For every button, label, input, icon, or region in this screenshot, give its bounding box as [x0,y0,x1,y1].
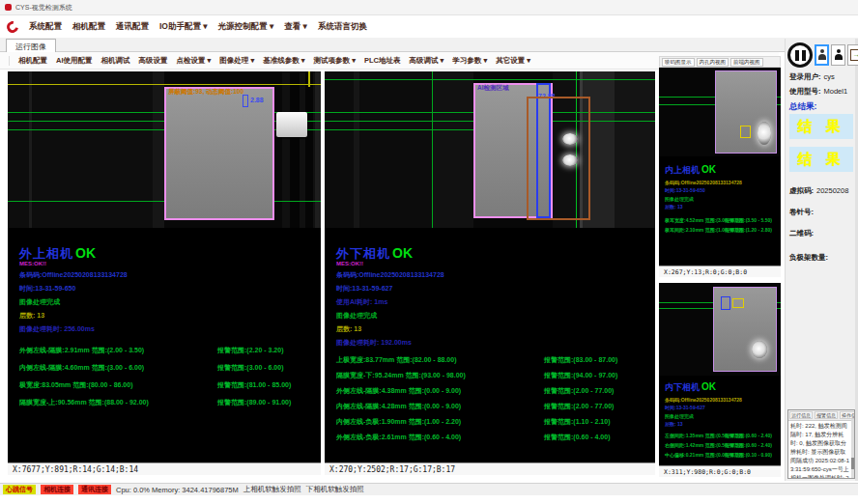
tool-item-advanced-settings[interactable]: 高级设置 [139,56,168,66]
outer-upper-camera-viewport[interactable]: 屏蔽阈值:93, 动态阈值:100 2.88 [8,71,321,228]
green-measure-line-vertical [432,71,433,228]
processing-time-line: 图像处理耗时: 256.00ms [19,324,317,334]
tool-item-other-settings[interactable]: 其它设置 ▾ [496,56,530,66]
result-display-2: 结 果 [789,147,853,172]
virtual-code-label: 虚拟码: [789,186,814,196]
alarm-range: 报警范围:(81.00 - 85.00) [217,380,291,390]
tool-item-ai-usage-config[interactable]: AI使用配置 [56,56,93,66]
exit-button[interactable] [847,44,858,66]
measurement-value: 外侧左线-负极:2.61mm 范围:(0.60 - 4.00) [336,433,544,442]
alarm-range: 报警范围:(2.00 - 77.00) [544,402,614,411]
virtual-code-value: 20250208 [816,186,848,196]
measurement-rows: 外侧左线-隔膜:2.91mm 范围:(2.00 - 3.50)报警范围:(2.2… [19,346,317,407]
measurement-value: 隔膜宽度-下:95.24mm 范围:(93.00 - 98.00) [336,371,544,380]
inner-lower-result-text: 内下相机 OK 条码码:Offline20250208133134728 时间:… [665,381,777,458]
camera-panel-outer-upper: 屏蔽阈值:93, 动态阈值:100 2.88 外上相机 OK MES:OK!! … [8,71,321,475]
title-bar: CYS-视觉检测系统 [0,0,858,15]
yellow-reference-line-vertical [308,71,310,87]
camera-title: 内下相机 [665,381,700,394]
time-line: 时间:13-31-59-627 [336,284,651,294]
measurement-row: 右侧间距:1.42mm 范围:(0.50 - 2.50)报警范围:(0.60 -… [665,442,777,448]
measurement-value: 右侧间距:1.42mm 范围:(0.50 - 2.50) [665,442,725,448]
cursor-pixel-status: X:7677;Y:891;R:14;G:14;B:14 [8,462,321,475]
menu-item-language-switch[interactable]: 系统语言切换 [318,21,367,33]
mini-tab-inner-hole-view[interactable]: 内孔内视图 [697,58,729,67]
log-tab-alarm-info[interactable]: 报警信息 [815,411,838,419]
measurement-value: 中心偏移:0.21mm 范围:(0.00 - 1.00) [665,452,725,458]
log-tab-run-info[interactable]: 运行信息 [789,411,813,419]
menu-item-io-assistant-config[interactable]: IO助手配置 ▾ [159,21,208,33]
measurement-row: 外侧左线-负极:2.61mm 范围:(0.60 - 4.00)报警范围:(0.6… [336,433,651,442]
operator-button[interactable] [831,44,845,66]
inner-lower-camera-viewport[interactable] [659,283,781,376]
yellow-reference-line [8,84,321,85]
alarm-range: 报警范围:(94.00 - 97.00) [544,371,617,380]
result-ok-label: OK [701,164,716,175]
menu-item-light-control-config[interactable]: 光源控制配置 ▾ [218,21,274,33]
log-scrollbar-thumb[interactable] [851,458,854,469]
log-tab-operation-info[interactable]: 操作信息 [840,411,855,419]
log-scrollbar[interactable] [851,419,854,478]
tool-item-learning-params[interactable]: 学习参数 ▾ [452,56,487,66]
alarm-range: 报警范围:(1.10 - 2.10) [544,417,610,427]
measurement-value: 上极宽度:83.77mm 范围:(82.00 - 88.00) [336,355,544,365]
outer-lower-camera-viewport[interactable]: AI检测区域 72.88 [325,71,655,228]
login-user-row: 登录用户: cys [789,72,855,82]
login-user-label: 登录用户: [789,72,821,82]
tool-item-baseline-params[interactable]: 基准线参数 ▾ [263,56,304,66]
tool-item-test-params[interactable]: 测试项参数 ▾ [314,56,356,66]
roi-box-yellow [732,298,744,308]
menu-item-system-config[interactable]: 系统配置 [29,21,62,33]
tool-item-image-processing[interactable]: 图像处理 ▾ [219,56,254,66]
virtual-code-row: 虚拟码: 20250208 [789,186,855,196]
tool-item-advanced-debug[interactable]: 高级调试 ▾ [409,56,443,66]
tool-item-plc-address-table[interactable]: PLC地址表 [364,56,401,66]
result-ok-label: OK [701,381,716,392]
bright-feature-blob [758,122,771,145]
measurement-row: 外侧左线-隔膜:4.38mm 范围:(0.00 - 9.00)报警范围:(2.0… [336,386,651,396]
mini-view-tabs: 喷码图显示 内孔内视图 前端内视图 [659,56,781,68]
app-icon [5,4,12,11]
toolbar-separator [9,56,10,66]
comm-connect-badge: 通讯连接 [78,485,111,494]
measurement-row: 上极宽度:83.77mm 范围:(82.00 - 88.00)报警范围:(83.… [336,355,651,365]
menu-item-view[interactable]: 查看 ▾ [284,21,307,33]
measure-marker-box [243,95,248,107]
window-title: CYS-视觉检测系统 [15,3,72,13]
camera-panel-outer-lower: AI检测区域 72.88 外下相机 OK MES:OK!! 条码码:Offlin… [325,71,655,475]
pause-icon [802,50,806,61]
neg-rack-count-row: 负极架数量: [789,253,855,263]
barcode-line: 条码码:Offline20250208133134728 [336,270,651,280]
inner-upper-camera-viewport[interactable] [659,68,781,156]
menu-item-camera-config[interactable]: 相机配置 [72,21,105,33]
neg-rack-count-label: 负极架数量: [789,253,828,263]
processing-done-line: 图像处理完成 [19,297,317,307]
bright-feature-blob [752,341,767,358]
measurement-rows: 上极宽度:83.77mm 范围:(82.00 - 88.00)报警范围:(83.… [336,355,651,442]
threshold-overlay-label: 屏蔽阈值:93, 动态阈值:100 [168,88,243,97]
bright-feature-blob [562,133,578,145]
menu-item-comm-config[interactable]: 通讯配置 [116,21,149,33]
tool-item-camera-debug[interactable]: 相机调试 [101,56,130,66]
image-background-stripe [354,71,359,228]
tool-item-spot-check[interactable]: 点检设置 ▾ [177,56,212,66]
measurement-value: 内侧左线-负极:1.90mm 范围:(1.00 - 2.20) [336,417,544,427]
tool-item-camera-config[interactable]: 相机配置 [18,56,47,66]
login-user-value: cys [824,72,835,82]
total-result-row: 总结果: [789,101,855,113]
inner-upper-result-text: 内上相机 OK 条码码:Offline20250208133134728 时间:… [665,164,777,233]
mini-tab-code-image[interactable]: 喷码图显示 [662,58,695,67]
mini-tab-front-view[interactable]: 前端内视图 [730,58,763,67]
cpu-memory-status: Cpu: 0.0% Memory: 3424.41796875M [116,486,239,494]
cursor-pixel-status: X:311;Y:980;R:0;G:0;B:0 [659,465,781,477]
camera-panel-inner-upper: 内上相机 OK 条码码:Offline20250208133134728 时间:… [659,68,781,277]
pause-button[interactable] [787,42,813,68]
log-tabs: 运行信息 报警信息 操作信息 [788,410,854,421]
login-user-button[interactable] [815,44,829,66]
measurement-row: 隔膜宽度-上:90.56mm 范围:(88.00 - 92.00)报警范围:(8… [19,398,317,407]
lower-camera-trigger-status: 下相机软触发拍照 [306,485,364,494]
menu-bar: 系统配置 相机配置 通讯配置 IO助手配置 ▾ 光源控制配置 ▾ 查看 ▾ 系统… [0,15,858,38]
measurement-row: 内侧左线-隔膜:4.28mm 范围:(0.00 - 9.00)报警范围:(2.0… [336,402,651,411]
image-background-stripe [325,71,433,228]
pause-icon [795,50,799,61]
